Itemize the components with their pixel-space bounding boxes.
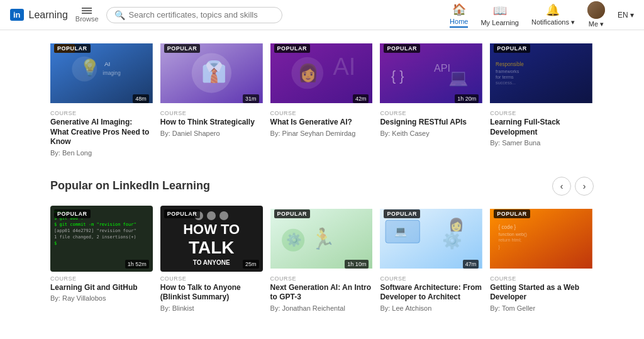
logo-area[interactable]: in Learning — [10, 9, 68, 21]
nav-home[interactable]: 🏠 Home — [450, 3, 468, 28]
card-thumbnail: { } API 💻 POPULAR 1h 20m — [380, 40, 482, 106]
card-info: COURSE Designing RESTful APIs By: Keith … — [380, 106, 482, 137]
badge-popular: POPULAR — [494, 209, 530, 218]
nav-notifications[interactable]: 🔔 Notifications ▾ — [531, 3, 575, 26]
course-card-generative-ai-imaging[interactable]: 💡 AI imaging NEW POPULAR 48m COURSE Gene… — [50, 40, 153, 157]
card-title: Generative AI Imaging: What Creative Pro… — [50, 118, 153, 147]
course-card-think-strategically[interactable]: 👔 POPULAR 31m COURSE How to Think Strate… — [160, 40, 263, 157]
card-author: By: Daniel Shapero — [160, 130, 263, 137]
svg-text:⚙️: ⚙️ — [286, 232, 302, 247]
card-author: By: Jonathan Reichental — [270, 304, 373, 312]
svg-text:AI: AI — [104, 60, 110, 67]
popular-section-header: Popular on LinkedIn Learning ‹ › — [50, 177, 594, 196]
card-title: What Is Generative AI? — [270, 118, 373, 128]
card-info: COURSE How to Think Strategically By: Da… — [160, 106, 263, 137]
svg-text:🏃: 🏃 — [310, 226, 336, 252]
card-type: COURSE — [270, 110, 373, 116]
svg-text:{  }: { } — [391, 68, 404, 84]
badge-popular: POPULAR — [164, 209, 201, 218]
card-title: Learning Full-Stack Development — [490, 118, 592, 137]
browse-icon — [82, 8, 92, 14]
card-thumbnail: AI 👩 POPULAR 42m — [270, 40, 373, 106]
svg-text:return html;: return html; — [499, 237, 522, 243]
card-author: By: Pinar Seyhan Demirdag — [270, 130, 373, 137]
card-thumbnail: 💻 ⚙️ 👩 POPULAR 47m — [380, 206, 482, 272]
nav-my-learning[interactable]: 📖 My Learning — [480, 4, 519, 26]
svg-text:imaging: imaging — [103, 70, 120, 76]
popular-prev-button[interactable]: ‹ — [552, 177, 571, 196]
popular-section: Popular on LinkedIn Learning ‹ › master … — [50, 177, 594, 312]
card-author: By: Samer Buna — [490, 139, 592, 147]
top-courses-row: 💡 AI imaging NEW POPULAR 48m COURSE Gene… — [50, 40, 594, 157]
card-author: By: Blinkist — [160, 304, 263, 312]
course-card-learning-git[interactable]: master $ git add . $ git commit -m "revi… — [50, 206, 153, 312]
badge-popular: POPULAR — [494, 44, 530, 53]
svg-text:AI: AI — [333, 53, 355, 80]
svg-text:👩: 👩 — [297, 62, 319, 83]
search-icon: 🔍 — [114, 10, 125, 20]
svg-text:💻: 💻 — [448, 68, 469, 87]
card-duration: 31m — [243, 94, 259, 103]
card-author: By: Keith Casey — [380, 130, 482, 137]
nav-me-label: Me ▾ — [589, 20, 604, 28]
svg-text:success...: success... — [496, 80, 516, 86]
course-card-next-gen-ai[interactable]: 🏃 ⚙️ POPULAR 1h 10m COURSE Next Generati… — [270, 206, 373, 312]
course-card-learning-full-stack[interactable]: Responsible frameworks for terms success… — [490, 40, 592, 157]
svg-text:👔: 👔 — [201, 59, 227, 84]
course-card-getting-started-web[interactable]: { code } function web() return html; } P… — [490, 206, 592, 312]
card-type: COURSE — [490, 275, 592, 282]
search-input[interactable] — [129, 10, 274, 19]
nav-me[interactable]: Me ▾ — [587, 1, 605, 28]
svg-text:function web(): function web() — [499, 231, 527, 237]
bell-icon: 🔔 — [546, 3, 560, 17]
card-type: COURSE — [50, 275, 153, 282]
badge-popular: POPULAR — [384, 209, 420, 218]
card-title: Software Architecture: From Developer to… — [380, 283, 482, 303]
svg-text:⚙️: ⚙️ — [443, 231, 463, 250]
course-card-how-to-talk[interactable]: HOW TO TALK TO ANYONE POPULAR 25m COURSE… — [160, 206, 263, 312]
svg-text:for terms: for terms — [496, 74, 514, 80]
card-thumbnail: HOW TO TALK TO ANYONE POPULAR 25m — [160, 206, 263, 272]
nav-language[interactable]: EN ▾ — [618, 11, 634, 19]
browse-label: Browse — [75, 15, 99, 23]
badge-popular: POPULAR — [164, 44, 201, 53]
card-duration: 1h 52m — [125, 260, 149, 269]
course-card-software-arch[interactable]: 💻 ⚙️ 👩 POPULAR 47m COURSE Software Archi… — [380, 206, 482, 312]
card-thumbnail: master $ git add . $ git commit -m "revi… — [50, 206, 153, 272]
badge-popular: POPULAR — [384, 44, 420, 53]
card-author: By: Ben Long — [50, 149, 153, 157]
nav-notifications-label: Notifications ▾ — [531, 18, 575, 26]
card-title: Learning Git and GitHub — [50, 283, 153, 293]
nav-language-label: EN ▾ — [618, 11, 634, 19]
badge-popular: POPULAR — [54, 44, 91, 53]
browse-button[interactable]: Browse — [75, 8, 99, 23]
nav-home-label: Home — [450, 18, 468, 25]
search-bar[interactable]: 🔍 — [106, 7, 282, 23]
card-author: By: Ray Villalobos — [50, 294, 153, 302]
card-thumbnail: { code } function web() return html; } P… — [490, 206, 592, 272]
svg-text:👩: 👩 — [448, 216, 464, 231]
svg-text:💡: 💡 — [80, 58, 100, 77]
card-info: COURSE Learning Git and GitHub By: Ray V… — [50, 272, 153, 303]
popular-section-title: Popular on LinkedIn Learning — [50, 179, 210, 192]
card-duration: 48m — [133, 94, 149, 103]
card-author: By: Lee Atchison — [380, 304, 482, 312]
course-card-what-is-gen-ai[interactable]: AI 👩 POPULAR 42m COURSE What Is Generati… — [270, 40, 373, 157]
svg-text:💻: 💻 — [394, 224, 408, 237]
card-duration: 1h 10m — [345, 260, 369, 269]
course-card-designing-restful-apis[interactable]: { } API 💻 POPULAR 1h 20m COURSE Designin… — [380, 40, 482, 157]
card-author: By: Tom Geller — [490, 304, 592, 312]
card-info: COURSE What Is Generative AI? By: Pinar … — [270, 106, 373, 137]
svg-text:{ code }: { code } — [499, 224, 516, 230]
badge-popular: POPULAR — [274, 44, 311, 53]
card-title: Getting Started as a Web Developer — [490, 283, 592, 303]
card-duration: 42m — [353, 94, 369, 103]
card-type: COURSE — [490, 110, 592, 116]
popular-nav-arrows: ‹ › — [552, 177, 594, 196]
card-title: How to Talk to Anyone (Blinkist Summary) — [160, 283, 263, 303]
card-thumbnail: 💡 AI imaging NEW POPULAR 48m — [50, 40, 153, 106]
card-type: COURSE — [50, 110, 153, 116]
card-info: COURSE How to Talk to Anyone (Blinkist S… — [160, 272, 263, 312]
popular-next-button[interactable]: › — [575, 177, 594, 196]
linkedin-logo: in — [10, 9, 24, 21]
